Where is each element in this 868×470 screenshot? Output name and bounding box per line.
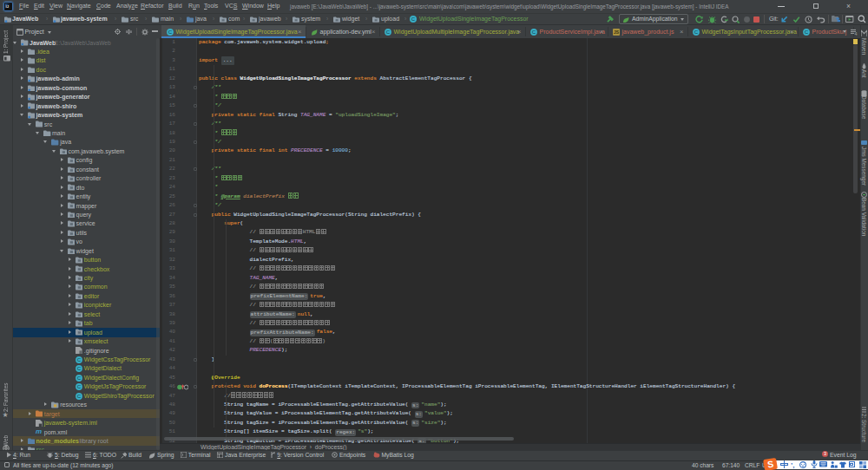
svg-text:C: C [532, 29, 536, 36]
svg-text:C: C [411, 17, 416, 23]
svg-text:4: 4 [854, 31, 857, 36]
svg-text:C: C [694, 29, 699, 36]
svg-text:C: C [77, 356, 82, 362]
svg-text:C: C [168, 29, 173, 36]
svg-text:C: C [77, 393, 82, 399]
svg-text:C: C [77, 366, 82, 372]
svg-text:C: C [386, 29, 391, 36]
svg-text:C: C [805, 29, 809, 36]
svg-text:C: C [77, 375, 82, 381]
svg-text:JS: JS [614, 30, 620, 36]
svg-text:C: C [77, 384, 82, 390]
